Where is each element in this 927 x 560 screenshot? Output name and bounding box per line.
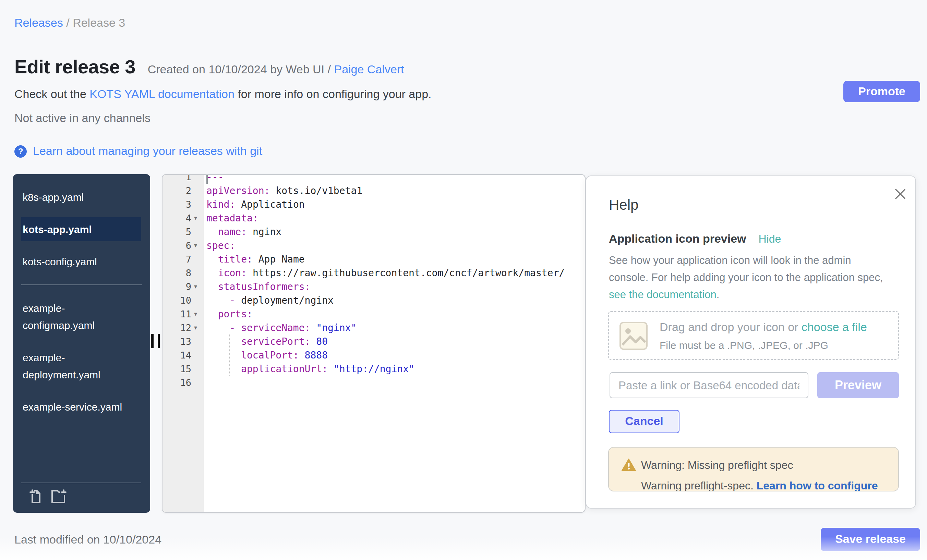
- line-number: 13: [163, 334, 191, 348]
- sidebar-divider: [21, 483, 141, 483]
- sidebar-item-example-configmap.yaml[interactable]: example-configmap.yaml: [21, 296, 141, 337]
- help-description: See how your application icon will look …: [609, 252, 904, 303]
- git-help-row: ? Learn about managing your releases wit…: [14, 145, 262, 158]
- git-releases-link[interactable]: Learn about managing your releases with …: [33, 145, 262, 158]
- new-file-icon[interactable]: [28, 488, 43, 507]
- line-number: 6: [163, 238, 191, 252]
- configure-preflight-link[interactable]: Learn how to configure: [757, 480, 878, 492]
- preview-button[interactable]: Preview: [817, 372, 899, 398]
- fold-arrow-icon[interactable]: ▾: [194, 280, 204, 293]
- sidebar-resize-handle[interactable]: [151, 334, 160, 348]
- channel-status: Not active in any channels: [14, 112, 150, 126]
- line-number: 3: [163, 197, 191, 211]
- author-link[interactable]: Paige Calvert: [334, 63, 404, 76]
- code-line[interactable]: kind: Application: [207, 197, 585, 211]
- code-line[interactable]: servicePort: 80: [207, 334, 585, 348]
- text-cursor: [207, 174, 208, 184]
- sidebar-item-example-deployment.yaml[interactable]: example-deployment.yaml: [21, 346, 141, 387]
- code-line[interactable]: metadata:: [207, 211, 585, 225]
- promote-button[interactable]: Promote: [843, 81, 920, 102]
- line-number: 10: [163, 293, 191, 307]
- page-title: Edit release 3: [14, 56, 135, 78]
- cancel-button[interactable]: Cancel: [609, 410, 679, 433]
- breadcrumb-current: Release 3: [73, 17, 125, 29]
- icon-dropzone[interactable]: Drag and drop your icon or choose a file…: [608, 311, 899, 360]
- kots-yaml-docs-link[interactable]: KOTS YAML documentation: [90, 88, 234, 101]
- dropzone-note: File must be a .PNG, .JPEG, or .JPG: [660, 339, 828, 351]
- file-sidebar: k8s-app.yamlkots-app.yamlkots-config.yam…: [13, 174, 150, 513]
- line-number: 1: [163, 174, 191, 184]
- new-folder-icon[interactable]: [50, 488, 68, 507]
- indent-guide: [229, 334, 230, 376]
- docs-line: Check out the KOTS YAML documentation fo…: [14, 88, 432, 102]
- line-number: 14: [163, 348, 191, 362]
- fold-arrow-icon[interactable]: ▾: [194, 211, 204, 225]
- code-line[interactable]: name: nginx: [207, 225, 585, 238]
- fold-arrow-icon[interactable]: ▾: [194, 307, 204, 321]
- code-line[interactable]: - deployment/nginx: [207, 293, 585, 307]
- image-placeholder-icon: [619, 322, 648, 353]
- icon-preview-section: Application icon preview Hide: [609, 232, 781, 246]
- fold-arrow-icon[interactable]: ▾: [194, 321, 204, 334]
- sidebar-item-kots-config.yaml[interactable]: kots-config.yaml: [21, 249, 141, 273]
- sidebar-item-kots-app.yaml[interactable]: kots-app.yaml: [21, 217, 141, 241]
- code-line[interactable]: title: App Name: [207, 252, 585, 266]
- fold-arrow-icon[interactable]: ▾: [194, 238, 204, 252]
- code-line[interactable]: ---: [207, 174, 585, 184]
- yaml-editor[interactable]: 1234▾56▾789▾1011▾12▾13141516 ---apiVersi…: [162, 174, 585, 513]
- code-line[interactable]: spec:: [207, 238, 585, 252]
- code-line[interactable]: statusInformers:: [207, 280, 585, 293]
- preflight-warning-box: Warning: Missing preflight spec Warning …: [608, 447, 899, 492]
- help-title: Help: [609, 197, 638, 213]
- last-modified: Last modified on 10/10/2024: [14, 533, 161, 547]
- line-number: 8: [163, 266, 191, 280]
- breadcrumb: Releases / Release 3: [14, 17, 125, 30]
- code-line[interactable]: apiVersion: kots.io/v1beta1: [207, 184, 585, 197]
- code-line[interactable]: - serviceName: "nginx": [207, 321, 585, 334]
- warning-icon: [621, 458, 636, 474]
- release-editor-page: Releases / Release 3 Edit release 3 Crea…: [0, 0, 927, 560]
- section-title: Application icon preview: [609, 232, 746, 246]
- see-documentation-link[interactable]: see the documentation: [609, 288, 716, 300]
- sidebar-item-k8s-app.yaml[interactable]: k8s-app.yaml: [21, 185, 141, 209]
- code-line[interactable]: localPort: 8888: [207, 348, 585, 362]
- line-number: 2: [163, 184, 191, 197]
- line-number: 4: [163, 211, 191, 225]
- sidebar-group-divider: [21, 284, 142, 285]
- page-head: Edit release 3 Created on 10/10/2024 by …: [14, 56, 404, 78]
- line-number: 12: [163, 321, 191, 334]
- line-number: 11: [163, 307, 191, 321]
- help-panel: Help Application icon preview Hide See h…: [585, 176, 916, 508]
- code-line[interactable]: applicationUrl: "http://nginx": [207, 362, 585, 376]
- file-list: k8s-app.yamlkots-app.yamlkots-config.yam…: [13, 185, 150, 419]
- sidebar-actions: [28, 488, 68, 507]
- line-number: 15: [163, 362, 191, 376]
- created-info: Created on 10/10/2024 by Web UI / Paige …: [148, 63, 404, 77]
- choose-file-link[interactable]: choose a file: [801, 321, 867, 334]
- line-number: 16: [163, 376, 191, 389]
- save-release-button[interactable]: Save release: [821, 528, 920, 551]
- icon-url-input[interactable]: [609, 372, 808, 398]
- dropzone-text: Drag and drop your icon or choose a file: [660, 321, 867, 334]
- sidebar-item-example-service.yaml[interactable]: example-service.yaml: [21, 395, 141, 419]
- warning-detail: Warning preflight-spec. Learn how to con…: [641, 480, 878, 492]
- breadcrumb-releases-link[interactable]: Releases: [14, 17, 63, 29]
- line-number: 9: [163, 280, 191, 293]
- code-line[interactable]: ports:: [207, 307, 585, 321]
- code-line[interactable]: icon: https://raw.githubusercontent.com/…: [207, 266, 585, 280]
- breadcrumb-separator: /: [66, 17, 73, 29]
- line-number: 7: [163, 252, 191, 266]
- line-number: 5: [163, 225, 191, 238]
- question-icon: ?: [14, 145, 27, 158]
- hide-link[interactable]: Hide: [759, 233, 781, 245]
- warning-title: Warning: Missing preflight spec: [641, 459, 793, 472]
- close-icon[interactable]: [894, 187, 907, 201]
